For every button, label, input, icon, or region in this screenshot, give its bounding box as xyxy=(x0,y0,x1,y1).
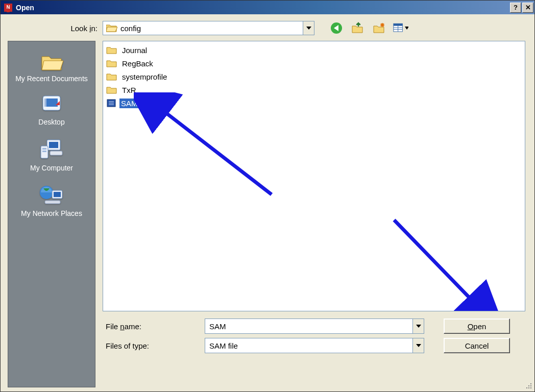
file-name-label: File name: xyxy=(103,322,205,331)
svg-rect-34 xyxy=(54,192,61,197)
list-item[interactable]: systemprofile xyxy=(106,70,522,83)
look-in-combo[interactable]: config xyxy=(103,21,314,35)
close-button[interactable]: ✕ xyxy=(522,3,533,13)
look-in-label: Look in: xyxy=(1,24,103,33)
annotation-arrow-icon xyxy=(379,210,512,311)
svg-rect-31 xyxy=(50,151,62,155)
svg-rect-52 xyxy=(530,385,531,386)
list-item[interactable]: RegBack xyxy=(106,57,522,70)
folder-icon xyxy=(106,59,117,68)
file-type-value: SAM file xyxy=(209,341,238,350)
svg-marker-19 xyxy=(405,27,408,30)
place-label: My Computer xyxy=(30,164,73,172)
folder-open-icon xyxy=(106,23,117,33)
svg-rect-30 xyxy=(42,151,46,152)
titlebar: N Open ? ✕ xyxy=(1,1,534,14)
new-folder-icon[interactable] xyxy=(372,20,387,36)
place-label: Desktop xyxy=(38,118,64,126)
dialog-body: My Recent Documents Desktop xyxy=(1,41,534,391)
svg-marker-49 xyxy=(416,344,421,347)
svg-rect-29 xyxy=(42,148,46,150)
window-title: Open xyxy=(16,4,509,12)
svg-marker-21 xyxy=(42,61,63,70)
svg-marker-8 xyxy=(352,26,362,33)
svg-line-47 xyxy=(394,220,476,304)
cancel-button[interactable]: Cancel xyxy=(444,338,510,353)
file-name: RegBack xyxy=(120,59,155,68)
list-wrap: Journal RegBack systemprofile xyxy=(103,41,525,391)
svg-rect-50 xyxy=(530,383,531,384)
back-icon[interactable] xyxy=(329,20,344,36)
place-label: My Network Places xyxy=(21,210,82,217)
annotation-arrow-icon xyxy=(134,92,287,210)
svg-rect-25 xyxy=(44,99,46,107)
place-desktop[interactable]: Desktop xyxy=(8,91,95,131)
resize-grip-icon[interactable] xyxy=(524,381,533,390)
svg-line-45 xyxy=(159,108,272,194)
file-name: systemprofile xyxy=(120,72,168,82)
file-name: TxR xyxy=(120,85,138,95)
svg-marker-36 xyxy=(107,47,116,54)
open-button[interactable]: Open xyxy=(444,318,510,334)
toolbar-nav-icons xyxy=(329,20,408,36)
file-icon xyxy=(106,99,116,108)
svg-rect-55 xyxy=(530,387,531,388)
place-network-places[interactable]: My Network Places xyxy=(8,180,95,223)
help-button[interactable]: ? xyxy=(510,3,521,13)
file-name: Journal xyxy=(120,45,149,55)
svg-rect-51 xyxy=(528,385,529,386)
svg-marker-37 xyxy=(107,61,116,67)
folder-icon xyxy=(106,45,117,55)
svg-rect-54 xyxy=(528,387,529,388)
open-file-dialog: N Open ? ✕ Look in: config xyxy=(0,0,535,392)
svg-marker-38 xyxy=(107,74,116,80)
list-item[interactable]: SAM xyxy=(106,96,522,110)
svg-rect-35 xyxy=(45,201,60,204)
place-recent-documents[interactable]: My Recent Documents xyxy=(8,48,95,88)
folder-icon xyxy=(106,85,117,94)
up-one-level-icon[interactable] xyxy=(350,20,366,36)
file-name-row: File name: SAM Open xyxy=(103,318,516,334)
list-item[interactable]: Journal xyxy=(106,43,522,57)
list-item[interactable]: TxR xyxy=(106,83,522,96)
svg-rect-2 xyxy=(7,9,10,12)
svg-rect-53 xyxy=(526,387,527,388)
svg-rect-23 xyxy=(45,99,58,107)
file-type-combo[interactable]: SAM file xyxy=(205,338,424,353)
places-bar: My Recent Documents Desktop xyxy=(8,41,95,387)
bottom-controls: File name: SAM Open Files of type: xyxy=(103,311,525,360)
svg-marker-39 xyxy=(107,87,116,93)
views-icon[interactable] xyxy=(393,20,408,36)
look-in-value: config xyxy=(120,24,303,33)
place-my-computer[interactable]: My Computer xyxy=(8,135,95,177)
file-name-input[interactable]: SAM xyxy=(205,318,424,334)
folder-icon xyxy=(106,72,117,81)
svg-marker-4 xyxy=(106,27,117,32)
dropdown-arrow-icon[interactable] xyxy=(412,319,424,333)
dropdown-arrow-icon[interactable] xyxy=(303,21,314,35)
svg-rect-27 xyxy=(49,142,58,148)
svg-marker-48 xyxy=(416,325,421,328)
svg-marker-5 xyxy=(306,27,311,30)
place-label: My Recent Documents xyxy=(15,75,88,83)
file-name: SAM xyxy=(119,99,139,108)
dropdown-arrow-icon[interactable] xyxy=(412,338,424,353)
app-icon: N xyxy=(3,2,14,13)
file-name-value: SAM xyxy=(209,322,226,331)
file-list[interactable]: Journal RegBack systemprofile xyxy=(103,41,525,311)
file-type-row: Files of type: SAM file Cancel xyxy=(103,338,516,353)
file-type-label: Files of type: xyxy=(103,341,205,350)
look-in-row: Look in: config xyxy=(1,14,534,41)
